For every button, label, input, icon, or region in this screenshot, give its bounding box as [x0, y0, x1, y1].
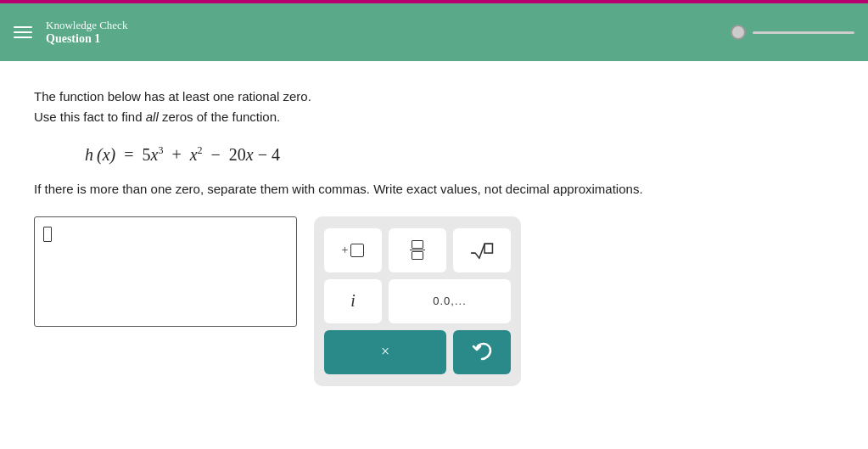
- calculator-panel: +: [314, 216, 521, 386]
- answer-cursor: [43, 227, 52, 242]
- hamburger-menu-icon[interactable]: [14, 26, 32, 38]
- answer-input-box[interactable]: [34, 216, 297, 327]
- header-title-line1: Knowledge Check: [46, 19, 127, 32]
- question-line1: The function below has at least one rati…: [34, 87, 834, 107]
- calc-row-3: ×: [324, 330, 511, 374]
- calc-row-2: i 0.0,...: [324, 279, 511, 323]
- input-area: +: [34, 216, 834, 386]
- header-title: Knowledge Check Question 1: [46, 19, 127, 46]
- calc-btn-fraction[interactable]: [389, 228, 446, 272]
- question-line2: Use this fact to find all zeros of the f…: [34, 107, 834, 127]
- progress-line: [753, 31, 854, 34]
- calc-row-1: +: [324, 228, 511, 272]
- calc-btn-decimal[interactable]: 0.0,...: [389, 279, 511, 323]
- svg-rect-0: [484, 244, 492, 253]
- progress-circle: [731, 25, 746, 40]
- calc-btn-i[interactable]: i: [324, 279, 382, 323]
- header-title-line2: Question 1: [46, 32, 127, 46]
- header-right: [731, 25, 854, 40]
- calc-btn-undo[interactable]: [453, 330, 511, 374]
- calc-btn-sqrt[interactable]: [453, 228, 511, 272]
- question-text: The function below has at least one rati…: [34, 87, 834, 127]
- instruction-text: If there is more than one zero, separate…: [34, 182, 834, 196]
- math-formula: h (x) = 5x3 + x2 − 20x − 4: [85, 144, 834, 165]
- content-area: The function below has at least one rati…: [0, 61, 868, 412]
- calc-btn-clear[interactable]: ×: [324, 330, 446, 374]
- calc-btn-plusminus[interactable]: +: [324, 228, 382, 272]
- header: Knowledge Check Question 1: [0, 3, 868, 61]
